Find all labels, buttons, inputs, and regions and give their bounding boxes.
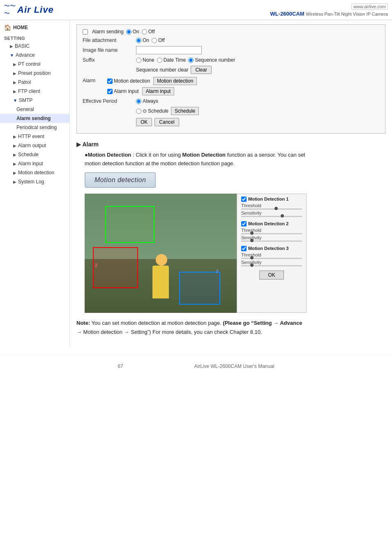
note-section: Note: You can set motion detection at mo… (76, 319, 385, 337)
effective-period-controls: Always (136, 98, 158, 104)
sensitivity-2-slider[interactable] (241, 240, 302, 242)
alarm-input-checkbox-item[interactable]: Alarm input (107, 88, 139, 94)
alarm-input-button[interactable]: Alarm input (142, 87, 175, 95)
motion-detection-checkbox-item[interactable]: Motion detection (107, 78, 150, 84)
sidebar-item-basic[interactable]: ▶ BASIC (0, 42, 69, 51)
alarm-sending-label: Alarm sending (92, 29, 124, 35)
sensitivity-1-slider[interactable] (241, 216, 302, 217)
camera-preview-section: 2 3 Motion Detection 1 Threshold (85, 194, 385, 313)
suffix-label: Suffix (83, 57, 136, 63)
file-attachment-off-radio[interactable]: Off (152, 37, 165, 43)
threshold-3-slider[interactable] (241, 258, 302, 259)
schedule-row: ⊙ Schedule Schedule (83, 107, 379, 115)
alarm-sending-on-radio[interactable]: On (126, 29, 139, 35)
threshold-1-handle[interactable] (274, 207, 278, 210)
arrow-right-icon: ▶ (13, 171, 16, 175)
cancel-button[interactable]: Cancel (154, 118, 179, 126)
detection-group-2: Motion Detection 2 Threshold Sensitivity (241, 221, 302, 242)
sidebar-item-label: Patrol (18, 79, 31, 85)
file-attachment-on-radio[interactable]: On (136, 37, 149, 43)
effective-period-row: Effective Period Always (83, 98, 379, 104)
sidebar-item-schedule[interactable]: ▶ Schedule (0, 150, 69, 159)
sidebar-item-alarm-sending[interactable]: Alarm sending (0, 114, 69, 123)
alarm-sending-off-radio[interactable]: Off (142, 29, 155, 35)
zone-3-label: 3 (216, 269, 218, 274)
sensitivity-3-slider[interactable] (241, 265, 302, 266)
sidebar-item-alarm-input[interactable]: ▶ Alarm input (0, 159, 69, 168)
motion-detection-check-row: Motion detection Motion detection (107, 77, 197, 85)
suffix-seqnum-radio[interactable]: Sequence number (188, 57, 235, 63)
sensitivity-1-handle[interactable] (281, 214, 284, 217)
sidebar-item-http-event[interactable]: ▶ HTTP event (0, 132, 69, 141)
sidebar-item-periodical-sending[interactable]: Periodical sending (0, 123, 69, 132)
arrow-down-icon: ▼ (13, 98, 17, 103)
sensitivity-3-handle[interactable] (250, 264, 254, 267)
figure-head (156, 254, 167, 266)
alarm-sending-checkbox[interactable] (83, 29, 88, 35)
sidebar-item-home[interactable]: 🏠 HOME (0, 22, 69, 33)
sidebar-item-system-log[interactable]: ▶ System Log (0, 177, 69, 186)
motion-detection-text1: : Click it on for using (133, 152, 182, 158)
arrow-right-icon: ▶ (13, 89, 16, 94)
sidebar-item-label: General (16, 106, 34, 112)
alarm-sending-controls: Alarm sending On Off (83, 29, 155, 35)
alarm-input-checkbox[interactable] (107, 89, 113, 94)
sensitivity-2-handle[interactable] (250, 239, 254, 242)
ok-button[interactable]: OK (136, 118, 152, 126)
always-radio[interactable]: Always (136, 98, 158, 104)
suffix-none-radio[interactable]: None (136, 57, 154, 63)
seq-num-clear-label: Sequence number clear (136, 67, 188, 73)
detection-zone-1 (105, 206, 154, 243)
motion-detection-page-button[interactable]: Motion detection (85, 172, 156, 188)
image-file-name-label: Image file name (83, 47, 136, 53)
sidebar-item-patrol[interactable]: ▶ Patrol (0, 78, 69, 87)
file-attachment-row: File attachment On Off (83, 37, 379, 43)
detection-group-1-checkbox[interactable] (241, 197, 247, 202)
threshold-3-handle[interactable] (250, 256, 254, 259)
arrow-right-icon: ▶ (13, 143, 16, 148)
schedule-button[interactable]: Schedule (171, 107, 199, 115)
sidebar-item-label: SMTP (19, 97, 32, 103)
sidebar-item-label: System Log (18, 179, 44, 185)
alarm-input-label: Alarm input (114, 88, 139, 94)
ok-cancel-controls: OK Cancel (136, 118, 179, 126)
motion-btn-container: Motion detection (85, 172, 385, 188)
schedule-controls: ⊙ Schedule Schedule (136, 107, 199, 115)
detection-group-3-checkbox[interactable] (241, 246, 247, 251)
schedule-radio[interactable]: ⊙ Schedule (136, 108, 168, 114)
sidebar-item-preset-position[interactable]: ▶ Preset position (0, 69, 69, 78)
sidebar-item-alarm-output[interactable]: ▶ Alarm output (0, 141, 69, 150)
alarm-sending-row: Alarm sending On Off (83, 29, 379, 35)
motion-detection-text-bold: Motion Detection (182, 152, 226, 158)
motion-detection-checkbox[interactable] (107, 79, 113, 84)
image-file-name-controls (136, 46, 202, 54)
suffix-datetime-radio[interactable]: Date Time (157, 57, 186, 63)
sidebar-item-motion-detection[interactable]: ▶ Motion detection (0, 168, 69, 177)
sidebar-item-label: Preset position (18, 70, 51, 76)
sidebar-item-general[interactable]: General (0, 105, 69, 114)
detection-zone-3 (179, 272, 220, 305)
threshold-2-slider[interactable] (241, 233, 302, 234)
threshold-1-slider[interactable] (241, 208, 302, 210)
note-bold1: (Please go “Setting → Advance (223, 320, 302, 326)
setting-section-label: SETTING (0, 33, 69, 42)
detection-group-2-checkbox[interactable] (241, 221, 247, 227)
clear-button[interactable]: Clear (191, 66, 212, 74)
page-footer: 67 AirLive WL-2600CAM User's Manual (0, 355, 392, 377)
motion-detection-button[interactable]: Motion detection (153, 77, 197, 85)
sidebar-item-advance[interactable]: ▼ Advance (0, 51, 69, 60)
arrow-right-icon: ▶ (10, 44, 13, 49)
sidebar-item-label: FTP client (18, 88, 40, 94)
sidebar-item-smtp[interactable]: ▼ SMTP (0, 96, 69, 105)
motion-detection-text3: motion detection function at the motion … (85, 160, 235, 166)
image-file-name-input[interactable] (136, 46, 202, 54)
alarm-heading: Alarm (76, 141, 385, 148)
detection-ok-button[interactable]: OK (259, 271, 284, 280)
cam-model: WL-2600CAM (270, 11, 304, 17)
threshold-2-handle[interactable] (250, 231, 254, 235)
arrow-right-icon: ▶ (13, 180, 16, 184)
sidebar-item-ftp-client[interactable]: ▶ FTP client (0, 87, 69, 96)
sidebar-item-pt-control[interactable]: ▶ PT control (0, 60, 69, 69)
header-right: www.airlive.com WL-2600CAM Wireless Pan-… (270, 3, 388, 17)
sidebar-item-label: BASIC (15, 43, 30, 49)
